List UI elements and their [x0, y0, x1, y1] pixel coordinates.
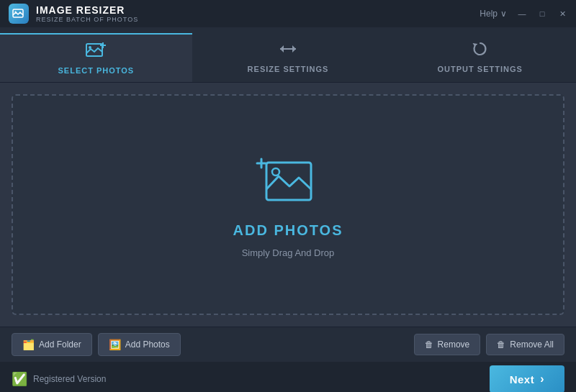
minimize-button[interactable]: —: [517, 9, 527, 19]
status-left: ✅ Registered Version: [12, 371, 106, 387]
add-photos-icon: [256, 152, 320, 214]
app-subtitle: RESIZE BATCH OF PHOTOS: [36, 16, 138, 23]
registered-label: Registered Version: [33, 374, 106, 384]
app-title: IMAGE RESIZER: [36, 4, 138, 16]
add-folder-label: Add Folder: [39, 339, 81, 350]
bottom-bar: 🗂️ Add Folder 🖼️ Add Photos 🗑 Remove 🗑 R…: [0, 327, 576, 362]
tab-resize-settings-label: RESIZE SETTINGS: [248, 65, 329, 73]
remove-icon: 🗑: [425, 339, 433, 350]
folder-icon: 🗂️: [22, 339, 35, 350]
title-bar-controls: Help ∨ — □ ✕: [480, 9, 567, 19]
svg-point-3: [89, 46, 91, 49]
next-label: Next: [510, 373, 535, 386]
close-button[interactable]: ✕: [557, 9, 567, 19]
svg-point-1: [15, 12, 17, 13]
help-button[interactable]: Help ∨: [480, 9, 507, 19]
add-photos-button[interactable]: 🖼️ Add Photos: [98, 333, 181, 356]
add-folder-button[interactable]: 🗂️ Add Folder: [12, 333, 92, 356]
remove-all-button[interactable]: 🗑 Remove All: [486, 334, 564, 355]
select-photos-icon: [86, 42, 106, 63]
tab-bar: SELECT PHOTOS RESIZE SETTINGS OUTPUT SET…: [0, 27, 576, 83]
remove-button[interactable]: 🗑 Remove: [414, 334, 481, 355]
title-bar: IMAGE RESIZER RESIZE BATCH OF PHOTOS Hel…: [0, 0, 576, 27]
bottom-left: 🗂️ Add Folder 🖼️ Add Photos: [12, 333, 181, 356]
main-content: ADD PHOTOS Simply Drag And Drop: [0, 83, 576, 327]
next-button[interactable]: Next ›: [490, 365, 564, 392]
drop-area[interactable]: ADD PHOTOS Simply Drag And Drop: [12, 94, 564, 315]
next-chevron-icon: ›: [540, 373, 544, 386]
remove-all-icon: 🗑: [497, 339, 505, 350]
add-photos-btn-label: Add Photos: [125, 339, 170, 350]
add-photos-subtitle: Simply Drag And Drop: [242, 247, 335, 258]
resize-settings-icon: [278, 40, 298, 61]
title-bar-left: IMAGE RESIZER RESIZE BATCH OF PHOTOS: [9, 4, 138, 24]
tab-resize-settings[interactable]: RESIZE SETTINGS: [192, 33, 384, 82]
app-icon: [9, 4, 29, 24]
bottom-right: 🗑 Remove 🗑 Remove All: [414, 334, 564, 355]
remove-label: Remove: [438, 339, 470, 350]
tab-output-settings-label: OUTPUT SETTINGS: [438, 65, 523, 73]
output-settings-icon: [470, 40, 490, 61]
svg-point-8: [272, 168, 279, 176]
status-bar: ✅ Registered Version Next ›: [0, 362, 576, 392]
maximize-button[interactable]: □: [537, 9, 547, 19]
registered-icon: ✅: [12, 371, 27, 387]
tab-output-settings[interactable]: OUTPUT SETTINGS: [384, 33, 576, 82]
add-photos-label: ADD PHOTOS: [233, 222, 343, 239]
photo-add-icon: 🖼️: [109, 339, 121, 350]
tab-select-photos-label: SELECT PHOTOS: [58, 66, 134, 75]
remove-all-label: Remove All: [510, 339, 554, 350]
title-bar-text: IMAGE RESIZER RESIZE BATCH OF PHOTOS: [36, 4, 138, 23]
tab-select-photos[interactable]: SELECT PHOTOS: [0, 33, 192, 82]
